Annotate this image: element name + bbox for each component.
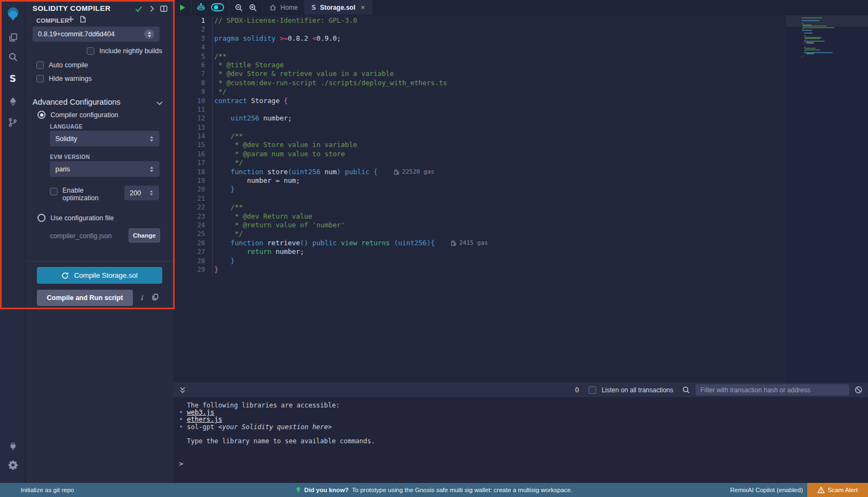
ai-robot-icon[interactable] — [196, 3, 206, 12]
change-config-button[interactable]: Change — [129, 228, 160, 243]
info-icon[interactable]: i — [141, 294, 143, 302]
compile-button[interactable]: Compile Storage.sol — [37, 267, 162, 284]
play-icon[interactable] — [178, 4, 186, 11]
line-number: 4 — [174, 43, 205, 52]
code-line[interactable]: */ — [214, 158, 781, 167]
code-line[interactable]: } — [214, 265, 781, 274]
sidebar-item-search[interactable] — [0, 48, 25, 66]
sidebar-item-settings[interactable] — [0, 456, 25, 474]
code-line[interactable]: return number; — [214, 247, 781, 256]
code-line[interactable]: /** — [214, 52, 781, 61]
minimap-line — [806, 42, 814, 43]
code-line[interactable] — [214, 25, 781, 34]
zoom-out-icon[interactable] — [234, 3, 243, 12]
hide-warnings-checkbox[interactable] — [36, 75, 44, 82]
code-line[interactable]: function store(uint256 num) public {2252… — [214, 168, 781, 176]
chevron-right-icon[interactable] — [148, 5, 156, 12]
code-line[interactable]: } — [214, 185, 781, 194]
code-line[interactable]: * @dev Return value — [214, 212, 781, 221]
code-line[interactable] — [214, 194, 781, 203]
code-line[interactable]: * @dev Store value in variable — [214, 141, 781, 149]
listen-transactions-checkbox[interactable] — [589, 386, 596, 394]
compiler-section-label: COMPILER — [36, 17, 69, 24]
code-line[interactable] — [214, 43, 781, 52]
evm-version-select[interactable]: paris — [50, 161, 159, 177]
code-line[interactable]: * @custom:dev-run-script ./scripts/deplo… — [214, 79, 781, 87]
remix-logo[interactable] — [0, 4, 25, 24]
terminal-line: • web3.js — [179, 409, 868, 416]
terminal-prompt[interactable]: > — [179, 460, 183, 468]
code-line[interactable]: } — [214, 257, 781, 265]
line-number: 6 — [174, 61, 205, 69]
terminal-link[interactable]: web3.js — [187, 409, 214, 416]
terminal-search-icon[interactable] — [682, 386, 690, 394]
line-number: 2 — [174, 25, 205, 34]
gas-estimate: 2415 gas — [451, 239, 488, 247]
code-line[interactable]: contract Storage { — [214, 97, 781, 105]
code-line[interactable]: * @return value of 'number' — [214, 221, 781, 230]
close-tab-icon[interactable]: × — [361, 3, 365, 11]
code-line[interactable]: * @title Storage — [214, 61, 781, 69]
sidebar-item-git[interactable] — [0, 113, 25, 131]
code-line[interactable]: */ — [214, 230, 781, 238]
code-line[interactable]: pragma solidity >=0.8.2 <0.9.0; — [214, 34, 781, 43]
terminal-output[interactable]: The following libraries are accessible:•… — [174, 397, 868, 483]
zoom-controls — [229, 0, 263, 15]
sidebar-item-plugin-manager[interactable] — [0, 437, 25, 456]
use-configuration-file-label: Use configuration file — [50, 214, 114, 222]
use-configuration-file-radio[interactable] — [37, 214, 46, 222]
transaction-filter-input[interactable] — [695, 384, 849, 396]
terminal-line: The following libraries are accessible: — [179, 402, 868, 409]
code-line[interactable]: * @dev Store & retrieve value in a varia… — [214, 69, 781, 78]
auto-compile-checkbox[interactable] — [36, 61, 44, 69]
code-line[interactable]: /** — [214, 203, 781, 212]
code-line[interactable] — [214, 123, 781, 132]
minimap-line — [802, 17, 822, 18]
tab-storage-sol[interactable]: S Storage.sol × — [305, 0, 372, 15]
code-line[interactable]: * @param num value to store — [214, 150, 781, 158]
zoom-in-icon[interactable] — [248, 3, 257, 12]
code-line[interactable]: function retrieve() public view returns … — [214, 239, 781, 247]
home-icon — [269, 4, 277, 11]
split-view-icon[interactable] — [159, 4, 168, 13]
minimap[interactable] — [786, 15, 868, 383]
minimap-slider[interactable] — [786, 15, 868, 27]
minimap-line — [802, 20, 820, 21]
include-nightly-checkbox[interactable] — [87, 47, 94, 55]
chevron-down-icon[interactable] — [156, 99, 163, 107]
open-file-icon[interactable] — [79, 15, 87, 23]
code-line[interactable]: number = num; — [214, 176, 781, 185]
scam-alert-badge[interactable]: Scam Alert — [807, 483, 868, 497]
code-editor[interactable]: 1234567891011121314151617181920212223242… — [174, 15, 868, 383]
optimization-runs-input[interactable]: 200 — [124, 186, 159, 200]
tab-home[interactable]: Home — [263, 0, 305, 15]
line-number: 18 — [174, 168, 205, 176]
code-line[interactable]: // SPDX-License-Identifier: GPL-3.0 — [214, 16, 781, 25]
code-line[interactable]: uint256 number; — [214, 114, 781, 123]
copilot-status[interactable]: RemixAI Copilot (enabled) — [730, 487, 803, 493]
clear-console-icon[interactable] — [854, 386, 863, 394]
line-number: 1 — [174, 16, 205, 25]
git-init-status[interactable]: Initialize as git repo — [21, 487, 74, 493]
spinner-arrows-icon — [149, 190, 154, 196]
compiler-version-select[interactable]: 0.8.19+commit.7dd6d404 — [33, 27, 159, 42]
sidebar-item-deploy-run[interactable] — [0, 92, 25, 111]
terminal-link[interactable]: ethers.js — [187, 416, 222, 423]
sidebar-item-file-explorer[interactable] — [0, 28, 25, 47]
add-compiler-icon[interactable] — [67, 15, 75, 23]
advanced-configurations-header[interactable]: Advanced Configurations — [33, 98, 120, 106]
code-line[interactable] — [214, 105, 781, 114]
copy-icon[interactable] — [151, 293, 159, 301]
enable-optimization-checkbox[interactable] — [50, 188, 58, 195]
code-line[interactable]: */ — [214, 87, 781, 96]
line-number: 3 — [174, 34, 205, 43]
code-line[interactable]: /** — [214, 132, 781, 141]
collapse-terminal-icon[interactable] — [179, 386, 186, 394]
line-number: 17 — [174, 158, 205, 167]
copilot-toggle-icon[interactable] — [211, 3, 224, 11]
optimization-runs-value: 200 — [130, 189, 149, 197]
compiler-configuration-radio[interactable] — [37, 111, 46, 119]
sidebar-item-solidity-compiler[interactable]: S — [0, 69, 25, 88]
language-select[interactable]: Solidity — [50, 131, 159, 146]
compile-and-run-button[interactable]: Compile and Run script — [37, 290, 133, 306]
